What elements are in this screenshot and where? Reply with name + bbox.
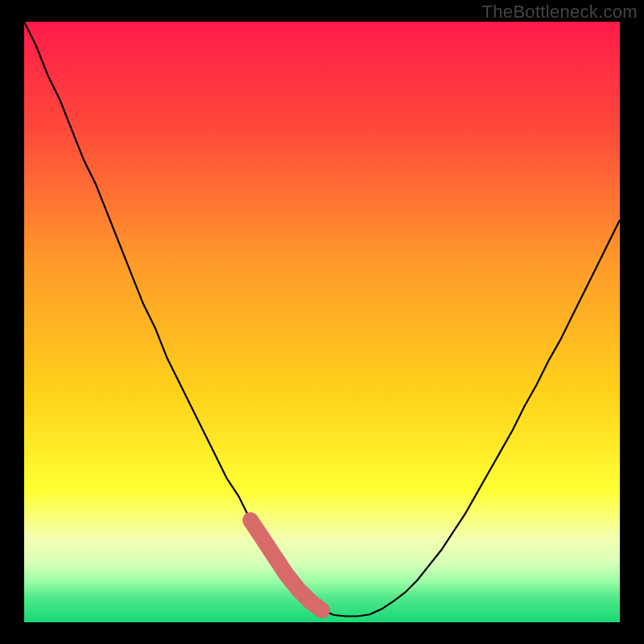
chart-container: TheBottleneck.com [0,0,644,644]
gradient-background [24,22,620,622]
watermark-text: TheBottleneck.com [482,2,638,23]
bottleneck-curve-chart [0,0,644,644]
